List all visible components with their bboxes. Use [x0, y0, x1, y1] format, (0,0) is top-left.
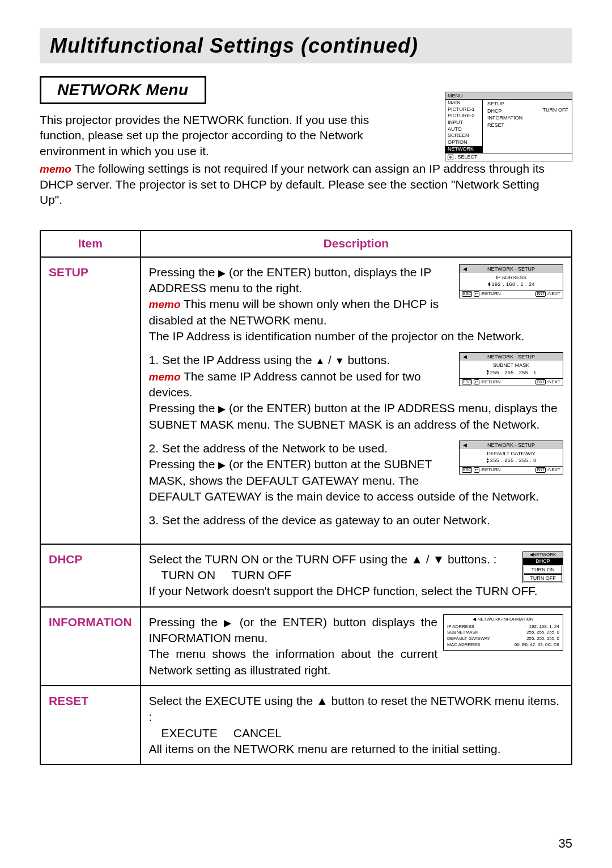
col-header-desc: Description — [141, 230, 572, 256]
memo-text: The following settings is not required I… — [40, 162, 545, 206]
osd-right-item: INFORMATION — [485, 115, 572, 122]
osd-left-item: AUTO — [445, 126, 482, 133]
updown-icon — [486, 458, 490, 464]
reset-text-2: All items on the NETWORK menu are return… — [149, 742, 501, 755]
osd-left-item: SCREEN — [445, 132, 482, 139]
item-reset: RESET — [40, 686, 141, 764]
network-items-table: Item Description SETUP ◀NETWORK - SETUP … — [40, 230, 572, 765]
reset-opt-exec: EXECUTE — [162, 725, 218, 741]
table-row: DHCP ◀NETWORK DHCP TURN ON TURN OFF Sele… — [40, 544, 572, 607]
left-arrow-icon: ◀ — [463, 266, 467, 272]
dhcp-text-2: If your Network doesn't support the DHCP… — [149, 584, 538, 597]
left-arrow-icon: ◀ — [463, 442, 467, 448]
osd-right-item: RESET — [485, 122, 572, 129]
osd-left-item: PICTURE-1 — [445, 106, 482, 113]
desc-information: ◀ NETWORK-INFORMATION IP ADRRESS192. 168… — [141, 607, 572, 686]
memo-block: memo The following settings is not requi… — [40, 161, 555, 207]
item-information: INFORMATION — [40, 607, 141, 686]
return-icon: ↩ — [474, 379, 479, 385]
illus-dhcp: ◀NETWORK DHCP TURN ON TURN OFF — [522, 551, 563, 583]
osd-left-item: MAIN — [445, 100, 482, 106]
illus-ip-address: ◀NETWORK - SETUP IP ADRRESS 192 . 168 . … — [459, 264, 563, 298]
osd-menu-header: MENU — [445, 92, 572, 100]
section-title: NETWORK Menu — [57, 81, 189, 99]
desc-dhcp: ◀NETWORK DHCP TURN ON TURN OFF Select th… — [141, 544, 572, 607]
table-row: INFORMATION ◀ NETWORK-INFORMATION IP ADR… — [40, 607, 572, 686]
dhcp-text-1: Select the TURN ON or the TURN OFF using… — [149, 553, 497, 566]
table-row: RESET Select the EXECUTE using the ▲ but… — [40, 686, 572, 764]
osd-turnoff: TURN OFF — [543, 107, 569, 113]
section-title-box: NETWORK Menu — [40, 76, 206, 104]
left-arrow-icon: ◀ — [463, 353, 467, 360]
osd-menu-right-col: SETUP DHCP INFORMATION RESET TURN OFF — [483, 100, 572, 153]
intro-text: This projector provides the NETWORK func… — [40, 112, 402, 159]
osd-menu-footer: ✥ : SELECT — [445, 153, 572, 161]
illus-gateway: ◀NETWORK - SETUP DEFAULT GATEWAY 255 . 2… — [459, 441, 563, 474]
item-dhcp: DHCP — [40, 544, 141, 607]
osd-left-item: PICTURE-2 — [445, 113, 482, 119]
osd-right-item: SETUP — [485, 101, 572, 108]
reset-opt-cancel: CANCEL — [233, 725, 282, 741]
osd-menu-illustration: MENU MAIN PICTURE-1 PICTURE-2 INPUT AUTO… — [445, 92, 572, 161]
desc-setup: ◀NETWORK - SETUP IP ADRRESS 192 . 168 . … — [141, 257, 572, 544]
osd-left-item: OPTION — [445, 139, 482, 146]
setup-para-4: 3. Set the address of the device as gate… — [149, 512, 563, 528]
illus-subnet: ◀NETWORK - SETUP SUBNET MASK 255 . 255 .… — [459, 352, 563, 386]
col-header-item: Item — [40, 230, 141, 256]
return-icon: ↩ — [474, 291, 479, 297]
illus-info: ◀ NETWORK-INFORMATION IP ADRRESS192. 168… — [443, 614, 563, 651]
dpad-icon: ✥ — [448, 155, 453, 160]
page-title-bar: Multifunctional Settings (continued) — [40, 28, 572, 63]
dhcp-opt-on: TURN ON — [162, 567, 216, 583]
osd-menu-left-col: MAIN PICTURE-1 PICTURE-2 INPUT AUTO SCRE… — [445, 100, 483, 153]
intro-row: This projector provides the NETWORK func… — [40, 112, 572, 159]
osd-left-item-selected: NETWORK — [445, 146, 482, 153]
page-title: Multifunctional Settings (continued) — [50, 34, 562, 58]
table-row: SETUP ◀NETWORK - SETUP IP ADRRESS 192 . … — [40, 257, 572, 544]
item-setup: SETUP — [40, 257, 141, 544]
osd-left-item: INPUT — [445, 119, 482, 126]
dhcp-opt-off: TURN OFF — [231, 567, 291, 583]
memo-label: memo — [40, 163, 71, 175]
page-number: 35 — [559, 836, 572, 851]
osd-menu-footer-text: : SELECT — [455, 154, 478, 160]
return-icon: ↩ — [474, 467, 479, 473]
updown-icon — [486, 370, 490, 375]
reset-text-1: Select the EXECUTE using the ▲ button to… — [149, 694, 560, 723]
desc-reset: Select the EXECUTE using the ▲ button to… — [141, 686, 572, 764]
